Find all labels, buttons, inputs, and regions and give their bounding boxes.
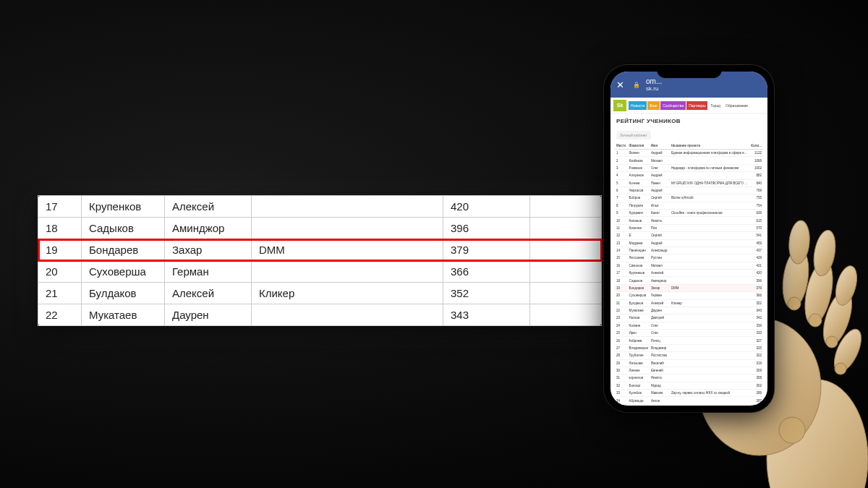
- table-row[interactable]: 18СадыковАминджор396: [615, 277, 763, 284]
- url-block[interactable]: om... sk.ru: [646, 77, 762, 92]
- table-row[interactable]: 24КолминОлег339: [615, 322, 763, 329]
- cell-firstname: Михаил: [650, 157, 670, 164]
- table-row[interactable]: 30ЛинникЕвгений309: [615, 367, 763, 374]
- cell-lastname: Бондарев: [628, 284, 650, 291]
- cell-lastname: Симонов: [628, 262, 650, 269]
- cell-project: Biome s/Arnold: [670, 194, 749, 202]
- table-row[interactable]: 11КиселевРин570: [615, 224, 763, 231]
- cell-score: 366: [443, 261, 530, 283]
- table-row[interactable]: 21БулдаковАлексейКликер352: [615, 299, 763, 307]
- table-row[interactable]: 2КазбековМихаил1068: [615, 157, 763, 164]
- table-row[interactable]: 23НосковДмитрий342: [615, 314, 763, 322]
- site-nav-tabs[interactable]: Sk Новости Блог Сообщества Партнеры Горо…: [610, 98, 767, 114]
- cell-score: 343: [443, 304, 530, 326]
- cell-project: Единая информационная платформа в сфере …: [670, 150, 749, 157]
- cell-lastname: корнилов: [628, 374, 650, 382]
- phone-screen: ✕ 🔒 om... sk.ru Sk Новости Блог Сообщест…: [610, 72, 767, 406]
- cell-project: [670, 292, 749, 299]
- table-row[interactable]: 14ПанихидинАлександр437: [615, 247, 763, 254]
- cell-rank: 4: [615, 172, 628, 179]
- cell-rank: 1: [615, 150, 628, 157]
- table-row[interactable]: 28ТрубилинРостислав322: [615, 352, 763, 359]
- table-row[interactable]: 8ПетрукинИлья754: [615, 202, 763, 209]
- nav-tab-partners[interactable]: Партнеры: [686, 101, 707, 110]
- cell-project: [670, 172, 749, 179]
- table-row[interactable]: 31корниловНикита308: [615, 374, 763, 382]
- cell-score: 379: [443, 239, 530, 261]
- cell-project: [252, 261, 443, 283]
- svg-point-8: [800, 258, 838, 327]
- table-row: 21БулдаковАлексейКликер352: [38, 283, 602, 304]
- table-row[interactable]: 9КурцевичКанатCloudfee - поиск профессио…: [615, 210, 763, 217]
- cell-score: 429: [749, 254, 763, 262]
- cell-rank: 25: [615, 330, 628, 337]
- table-row[interactable]: 3РомановОлегНадежда - платформа по личны…: [615, 164, 763, 171]
- table-row[interactable]: 5КочневПавелMYGRUZOVIK ОДНА ПЛАТФОРМА ДЛ…: [615, 179, 763, 187]
- cell-firstname: Алексей: [165, 196, 252, 218]
- cell-empty: [530, 239, 602, 261]
- table-row[interactable]: 16СимоновМихаил421: [615, 262, 763, 269]
- close-icon[interactable]: ✕: [616, 80, 624, 90]
- cell-project: [670, 202, 749, 209]
- nav-tab-education[interactable]: Образование: [723, 101, 750, 110]
- table-row[interactable]: 26КзбрнмвРилсц327: [615, 337, 763, 344]
- cell-project: [252, 304, 443, 326]
- cell-score: 769: [749, 187, 763, 194]
- cell-lastname: Кулибов: [628, 390, 650, 397]
- nav-tab-community[interactable]: Сообщества: [660, 101, 686, 110]
- nav-tab-blog[interactable]: Блог: [647, 101, 660, 110]
- cell-firstname: Михаил: [650, 262, 670, 269]
- cell-score: 396: [443, 218, 530, 239]
- cell-project: [670, 359, 749, 367]
- cell-rank: 22: [615, 307, 628, 314]
- svg-point-11: [817, 287, 857, 349]
- cell-score: 339: [749, 322, 763, 329]
- personal-cabinet-button[interactable]: Личный кабинет: [616, 131, 651, 140]
- phone-rating-table[interactable]: Место Фамилия Имя Название проекта Коли.…: [610, 142, 767, 405]
- cell-firstname: Захар: [650, 284, 670, 291]
- table-row[interactable]: 27ВладимировВладимир325: [615, 344, 763, 351]
- cell-score: 352: [443, 283, 530, 304]
- table-row[interactable]: 10КапановНикита615: [615, 217, 763, 224]
- cell-score: 459: [749, 239, 763, 247]
- table-row[interactable]: 32БонскогМурад302: [615, 382, 763, 389]
- table-row[interactable]: 33КулибовМаксимZap-ку, сервис оплаты ЖКХ…: [615, 390, 763, 397]
- cell-project: MYGRUZOVIK ОДНА ПЛАТФОРМА ДЛЯ ВСЕГО ГРУЗ…: [670, 179, 749, 187]
- table-row[interactable]: 7БобровСергейBiome s/Arnold755: [615, 194, 763, 202]
- table-row: 20СуховершаГерман366: [38, 261, 602, 283]
- table-row[interactable]: 6ЧеркасовАндрей769: [615, 187, 763, 194]
- table-row[interactable]: 13МадреевАндрей459: [615, 239, 763, 247]
- table-row[interactable]: 34АбрмшднАнтон287: [615, 397, 763, 404]
- cell-project: [670, 239, 749, 247]
- sk-logo[interactable]: Sk: [613, 100, 626, 111]
- cell-score: 322: [749, 352, 763, 359]
- cell-firstname: Василий: [650, 359, 670, 367]
- table-row[interactable]: 1ФоминАндрейЕдиная информационная платфо…: [615, 150, 763, 157]
- cell-project: [670, 270, 749, 277]
- table-row[interactable]: 17КрупенковАлексей420: [615, 270, 763, 277]
- cell-lastname: Колмин: [628, 322, 650, 329]
- table-row[interactable]: 25ИркнОлег333: [615, 330, 763, 337]
- cell-firstname: Даурен: [165, 304, 252, 326]
- nav-tab-city[interactable]: Город: [708, 101, 723, 110]
- cell-project: [670, 374, 749, 382]
- cell-lastname: Трубилин: [628, 352, 650, 359]
- table-row[interactable]: 15ЛетошневРуслан429: [615, 254, 763, 262]
- table-row[interactable]: 19БондаревЗахарDMM379: [615, 284, 763, 291]
- cell-project: [670, 314, 749, 322]
- nav-tab-news[interactable]: Новости: [629, 101, 647, 110]
- table-row[interactable]: 29ЛатышевВасилий319: [615, 359, 763, 367]
- cell-lastname: Казбеков: [628, 157, 650, 164]
- cell-project: [670, 232, 749, 239]
- cell-score: 319: [749, 359, 763, 367]
- cell-firstname: Никита: [650, 217, 670, 224]
- svg-point-13: [826, 336, 838, 348]
- cell-rank: 11: [615, 224, 628, 231]
- table-row[interactable]: 20СуховершаГерман366: [615, 292, 763, 299]
- table-row[interactable]: 12ЕСергей541: [615, 232, 763, 239]
- table-row[interactable]: 4АлиуановАндрей882: [615, 172, 763, 179]
- col-score: Коли...: [749, 142, 763, 150]
- table-row[interactable]: 22МукатаевДаурен343: [615, 307, 763, 314]
- cell-rank: 5: [615, 179, 628, 187]
- cell-rank: 21: [615, 299, 628, 307]
